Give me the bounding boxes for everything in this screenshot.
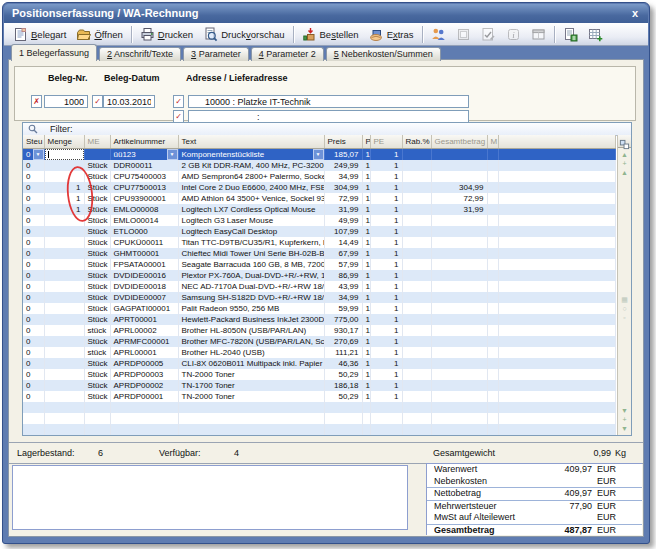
column-header-gesamt[interactable]: Gesamtbetrag	[431, 135, 487, 149]
cell-pe: 1	[370, 314, 402, 325]
cell-p	[362, 424, 370, 435]
oeffnen-button[interactable]: Öffnen	[71, 25, 127, 44]
table-row[interactable]: 0StückAPRDP00003TN-2000 Toner50,2911	[23, 369, 616, 380]
dropdown-button[interactable]: ▼	[33, 149, 44, 160]
belegart-button[interactable]: Belegart	[8, 25, 71, 44]
extras-button[interactable]: Extras	[364, 25, 419, 44]
table-row[interactable]: 0▼üü123▼Komponentenstückliste▼185,0711	[23, 149, 616, 161]
table-row[interactable]: 0StückEMLO00014Logitech G3 Laser Mouse49…	[23, 215, 616, 226]
column-header-fill[interactable]	[498, 135, 616, 149]
scroll-to-top-icon[interactable]: ▲	[618, 150, 631, 159]
tab-anschrift-texte[interactable]: 2 Anschrift/Texte	[99, 47, 181, 61]
cell-menge	[44, 270, 84, 281]
table-row[interactable]: 0StückGHMT00001Chieftec Midi Tower Uni S…	[23, 248, 616, 259]
cell-menge	[44, 259, 84, 270]
dropdown-button[interactable]: ▼	[167, 149, 178, 160]
table-row[interactable]: 0StückGAGPATI00001Palit Radeon 9550, 256…	[23, 303, 616, 314]
table-row[interactable]: 0stückAPRL00002Brother HL-8050N (USB/PAR…	[23, 325, 616, 336]
column-header-steu[interactable]: Steu	[23, 135, 44, 149]
column-header-menge[interactable]: Menge	[44, 135, 84, 149]
adresse-input[interactable]	[188, 95, 469, 108]
column-header-rab[interactable]: Rab.%	[402, 135, 431, 149]
column-header-me[interactable]: ME	[84, 135, 110, 149]
edit-adresse-button[interactable]: ✓	[173, 95, 184, 108]
beleg-nr-input[interactable]	[44, 95, 88, 108]
grid-scrollbar[interactable]: ▲+▲ ▦○▫ ▼+▼	[617, 135, 631, 435]
table-row[interactable]: 0StückDVDIDE00016Plextor PX-760A, Dual-D…	[23, 270, 616, 281]
close-button[interactable]: x	[632, 4, 638, 22]
tab-parameter-2[interactable]: 4 Parameter 2	[251, 47, 324, 61]
table-row[interactable]: 0StückDVDIDE00007Samsung SH-S182D DVD-+R…	[23, 292, 616, 303]
table-row[interactable]: 0StückFPSATA00001Seagate Barracuda 160 G…	[23, 259, 616, 270]
tab-belegerfassung[interactable]: 1 Belegerfassung	[11, 44, 97, 61]
table-row[interactable]: 0StückAPRDP00001TN-2000 Toner50,2911	[23, 391, 616, 402]
table-row[interactable]	[23, 413, 616, 424]
auswahl-button[interactable]	[451, 25, 476, 44]
table-row[interactable]: 0StückAPRDP00005CLI-8X 0620B011 Multipac…	[23, 358, 616, 369]
gesamtgewicht-label: Gesamtgewicht	[433, 443, 495, 463]
column-chooser-button[interactable]	[618, 135, 631, 148]
toolbar-button-label: Öffnen	[94, 29, 122, 40]
scroll-down-icon[interactable]: ▼	[618, 406, 631, 415]
cell-rab	[402, 237, 431, 248]
scroll-plus-icon[interactable]: +	[618, 159, 631, 168]
cell-m	[487, 149, 498, 161]
beleg-datum-label: Beleg-Datum	[104, 73, 160, 83]
column-header-text[interactable]: Text	[178, 135, 324, 149]
table-row[interactable]: 0stückAPRL00001Brother HL-2040 (USB)111,…	[23, 347, 616, 358]
drucken-button[interactable]: Drucken	[135, 25, 198, 44]
table-row[interactable]: 0StückCPUKÜ00011Titan TTC-D9TB/CU35/R1, …	[23, 237, 616, 248]
table-row[interactable]: 0StückETLO000Logitech EasyCall Desktop10…	[23, 226, 616, 237]
kunden-button[interactable]	[426, 25, 451, 44]
edit-beleg-datum-button[interactable]: ✓	[92, 95, 103, 108]
cell-rab	[402, 303, 431, 314]
druckvorschau-button[interactable]: Druckvorschau	[198, 25, 289, 44]
tabelle-button[interactable]	[526, 25, 551, 44]
grid-tools[interactable]: ▦○▫	[618, 295, 631, 322]
cell-text: TN-2000 Toner	[178, 369, 324, 380]
table-row[interactable]: 01StückEMLO00008Logitech LX7 Cordless Op…	[23, 204, 616, 215]
column-header-preis[interactable]: Preis	[324, 135, 362, 149]
beleg-datum-input[interactable]	[103, 95, 155, 108]
table-row[interactable]: 0StückCPU75400003AMD Sempron64 2800+ Pal…	[23, 171, 616, 182]
tab-parameter[interactable]: 3 Parameter	[183, 47, 249, 61]
cell-me: stück	[84, 347, 110, 358]
tabelle-plus-button[interactable]	[583, 25, 608, 44]
cell-p: 1	[362, 391, 370, 402]
bearbeiten-button[interactable]	[476, 25, 501, 44]
table-row[interactable]: 01StückCPU77500013Intel Core 2 Duo E6600…	[23, 182, 616, 193]
table-row[interactable]: 0StückAPRMFC00001Brother MFC-7820N (USB/…	[23, 336, 616, 347]
cell-art: GHMT00001	[110, 248, 178, 259]
table-row[interactable]	[23, 424, 616, 435]
scroll-to-bottom-icon[interactable]: ▼	[618, 424, 631, 433]
cell-art: CPU93900001	[110, 193, 178, 204]
table-row[interactable]: 01StückCPU93900001AMD Athlon 64 3500+ Ve…	[23, 193, 616, 204]
table-row[interactable]: 0StückAPRT00001Hewlett-Packard Business …	[23, 314, 616, 325]
scroll-up-icon[interactable]: ▲	[618, 168, 631, 177]
table-row[interactable]: 0StückDDR000112 GB Kit DDR-RAM, 400 MHz,…	[23, 160, 616, 171]
cell-pe: 1	[370, 259, 402, 270]
info-button[interactable]	[501, 25, 526, 44]
clear-beleg-nr-button[interactable]: ✗	[31, 95, 42, 108]
position-text-box[interactable]	[12, 465, 408, 530]
menge-edit-cell[interactable]	[45, 149, 84, 160]
cell-fill	[498, 402, 616, 413]
scroll-bottom-buttons[interactable]: ▼+▼	[618, 406, 631, 433]
table-row[interactable]	[23, 402, 616, 413]
export-button[interactable]	[558, 25, 583, 44]
column-header-pe[interactable]: PE	[370, 135, 402, 149]
bestellen-button[interactable]: Bestellen	[297, 25, 364, 44]
dropdown-button[interactable]: ▼	[313, 149, 324, 160]
table-row[interactable]: 0StückDVDIDE00018NEC AD-7170A Dual-DVD-+…	[23, 281, 616, 292]
table-icon	[531, 27, 546, 42]
column-header-m[interactable]: M	[487, 135, 498, 149]
column-header-p[interactable]: P	[362, 135, 370, 149]
totals-unit: EUR	[592, 525, 616, 537]
cell-art: DVDIDE00018	[110, 281, 178, 292]
tab-nebenkosten-summen[interactable]: 5 Nebenkosten/Summen	[326, 47, 441, 61]
scroll-top-buttons[interactable]: ▲+▲	[618, 150, 631, 177]
column-header-art[interactable]: Artikelnummer	[110, 135, 178, 149]
table-row[interactable]: 0StückAPRDP00002TN-1700 Toner186,1811	[23, 380, 616, 391]
scroll-minus-icon[interactable]: +	[618, 415, 631, 424]
totals-value	[530, 476, 592, 488]
